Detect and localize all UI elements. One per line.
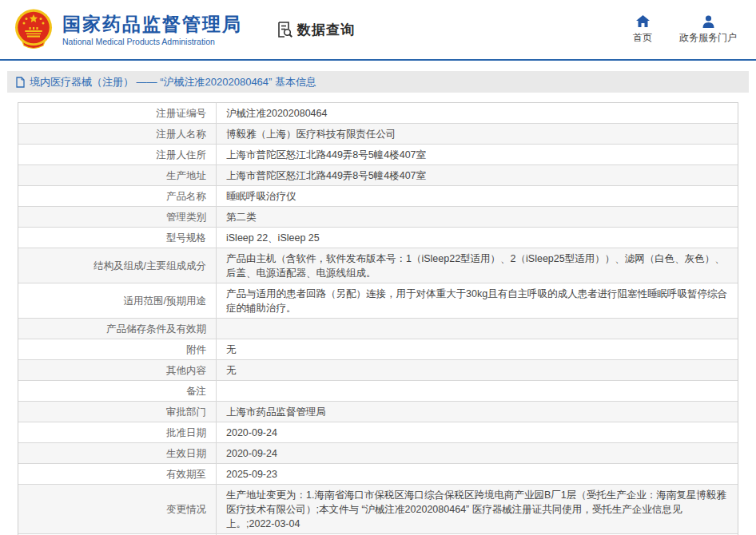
row-value: 上海市普陀区怒江北路449弄8号5幢4楼407室 <box>217 165 738 185</box>
nav-item-label: 首页 <box>633 31 652 45</box>
user-icon <box>702 15 715 28</box>
nav-item-service-portal[interactable]: 政务服务门户 <box>679 15 737 45</box>
row-value: 产品与适用的患者回路（另配）连接，用于对体重大于30kg且有自主呼吸的成人患者进… <box>217 283 738 318</box>
nav-item-home[interactable]: 首页 <box>633 15 652 45</box>
row-label: 审批部门 <box>18 402 217 422</box>
table-row: 注册证编号沪械注准20202080464 <box>18 103 738 123</box>
row-value: iSleep 22、iSleep 25 <box>217 228 738 248</box>
header-nav: 首页 政务服务门户 <box>633 15 737 45</box>
row-value: 无 <box>217 360 738 380</box>
row-value <box>217 381 738 401</box>
row-value: 生产地址变更为：1.海南省海口市保税区海口综合保税区跨境电商产业园B厂1层（受托… <box>217 485 738 533</box>
row-label: 注册人住所 <box>18 145 217 164</box>
row-value: 沪械注准20202080464 <box>217 103 738 123</box>
row-value: 睡眠呼吸治疗仪 <box>217 186 738 206</box>
row-value: 第二类 <box>217 207 738 227</box>
site-header: 国家药品监督管理局 National Medical Products Admi… <box>0 0 756 61</box>
table-row: 生效日期2020-09-24 <box>18 442 738 463</box>
data-query-label: 数据查询 <box>297 21 355 39</box>
logo-area: 国家药品监督管理局 National Medical Products Admi… <box>14 9 242 50</box>
row-label: 产品名称 <box>18 186 217 206</box>
table-row: 产品名称睡眠呼吸治疗仪 <box>18 185 738 206</box>
row-label: 型号规格 <box>18 228 217 248</box>
row-value: 上海市药品监督管理局 <box>217 402 738 422</box>
row-value: 无 <box>217 339 738 359</box>
home-icon <box>636 15 650 28</box>
row-label: 变更情况 <box>18 485 217 533</box>
table-row: 管理类别第二类 <box>18 206 738 227</box>
title-block: 国家药品监督管理局 National Medical Products Admi… <box>62 14 242 46</box>
table-row: 附件无 <box>18 339 738 359</box>
table-row: 适用范围/预期用途产品与适用的患者回路（另配）连接，用于对体重大于30kg且有自… <box>18 283 738 318</box>
row-label: 生产地址 <box>18 165 217 185</box>
table-row: 变更情况生产地址变更为：1.海南省海口市保税区海口综合保税区跨境电商产业园B厂1… <box>18 484 738 533</box>
nav-item-label: 政务服务门户 <box>679 31 737 45</box>
site-title: 国家药品监督管理局 <box>62 14 242 35</box>
table-row: 型号规格iSleep 22、iSleep 25 <box>18 227 738 248</box>
table-row: 审批部门上海市药品监督管理局 <box>18 401 738 422</box>
row-value: 2020-09-24 <box>217 422 738 442</box>
table-row: 有效期至2025-09-23 <box>18 463 738 484</box>
breadcrumb: 境内医疗器械（注册） —— “沪械注准20202080464” 基本信息 <box>7 71 749 93</box>
row-label: 适用范围/预期用途 <box>18 283 217 318</box>
table-row: 注册人名称博毅雅（上海）医疗科技有限责任公司 <box>18 123 738 144</box>
row-value: 上海市普陀区怒江北路449弄8号5幢4楼407室 <box>217 145 738 164</box>
row-value: 2025-09-23 <box>217 464 738 484</box>
table-row: 产品储存条件及有效期 <box>18 318 738 339</box>
row-label: 注册证编号 <box>18 103 217 123</box>
info-table: 注册证编号沪械注准20202080464注册人名称博毅雅（上海）医疗科技有限责任… <box>18 102 738 535</box>
row-value: 产品由主机（含软件，软件发布版本号：1（iSleep22型适用）、2（iSlee… <box>217 248 738 283</box>
row-label: 备注 <box>18 381 217 401</box>
table-row: 备注 <box>18 380 738 401</box>
row-value: 2020-09-24 <box>217 443 738 463</box>
data-query-tab[interactable]: 数据查询 <box>276 21 355 39</box>
row-label: 产品储存条件及有效期 <box>18 319 217 339</box>
document-search-icon <box>276 21 293 38</box>
row-label: 批准日期 <box>18 422 217 442</box>
table-row: 其他内容无 <box>18 359 738 380</box>
row-label: 其他内容 <box>18 360 217 380</box>
table-row: 结构及组成/主要组成成分产品由主机（含软件，软件发布版本号：1（iSleep22… <box>18 248 738 283</box>
row-label: 结构及组成/主要组成成分 <box>18 248 217 283</box>
row-label: 注册人名称 <box>18 124 217 144</box>
table-row: 注册人住所上海市普陀区怒江北路449弄8号5幢4楼407室 <box>18 144 738 164</box>
row-label: 生效日期 <box>18 443 217 463</box>
row-value <box>217 319 738 339</box>
document-icon <box>15 77 26 88</box>
table-row: 生产地址上海市普陀区怒江北路449弄8号5幢4楼407室 <box>18 164 738 185</box>
row-label: 附件 <box>18 339 217 359</box>
site-subtitle: National Medical Products Administration <box>62 37 242 46</box>
breadcrumb-text: 境内医疗器械（注册） —— “沪械注准20202080464” 基本信息 <box>30 75 316 89</box>
row-label: 有效期至 <box>18 464 217 484</box>
national-emblem-icon <box>14 9 53 50</box>
table-row: 批准日期2020-09-24 <box>18 422 738 442</box>
row-value: 博毅雅（上海）医疗科技有限责任公司 <box>217 124 738 144</box>
row-label: 管理类别 <box>18 207 217 227</box>
